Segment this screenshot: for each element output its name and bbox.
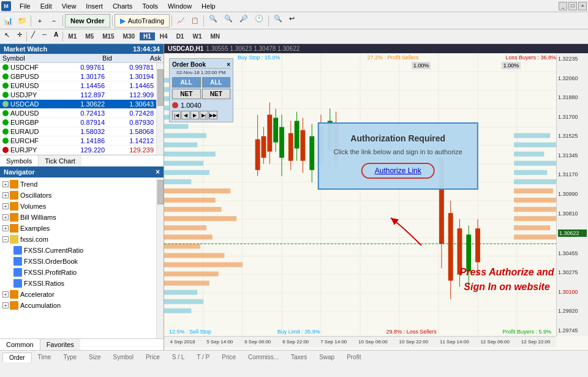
zoom-btn3[interactable]: 🔎 [236,14,251,28]
open-btn[interactable]: 📁 [15,14,29,28]
line-btn[interactable]: ╱ [28,31,38,43]
menu-window[interactable]: Window [163,1,197,11]
mw-row-audusd[interactable]: AUDUSD 0.72413 0.72428 [0,109,156,118]
ob-next-end-btn[interactable]: ▶| [200,111,208,119]
auth-title: Authorization Required [334,133,462,143]
navigator-close-icon[interactable]: × [156,168,160,176]
zoom-out-btn[interactable]: − [47,14,61,28]
market-watch: Market Watch 13:44:34 Symbol Bid Ask USD… [0,44,164,166]
ob-prev-start-btn[interactable]: |◀ [172,111,181,119]
mw-row-euraud[interactable]: EURAUD 1.58032 1.58068 [0,127,156,136]
ob-close-icon[interactable]: × [227,61,230,68]
nav-item-volumes[interactable]: + Volumes [1,201,155,212]
mw-row-eurusd[interactable]: EURUSD 1.14456 1.14465 [0,81,156,91]
zoom-in-btn[interactable]: + [33,14,47,28]
undo-button[interactable]: ↩ [286,14,298,28]
ob-date: 02-Nov-18 1:20:00 PM [172,70,230,75]
timeframe-h4[interactable]: H4 [156,32,172,40]
tab-symbols[interactable]: Symbols [0,155,39,166]
nav-item-accumulation[interactable]: + Accumulation [1,300,155,311]
ob-net-btn-2[interactable]: NET [202,89,231,99]
nav-item-fxssi[interactable]: − fxssi.com [1,234,155,245]
tab-tick-chart[interactable]: Tick Chart [39,155,81,166]
menu-tools[interactable]: Tools [137,1,163,11]
ob-prev-btn[interactable]: ◀ [181,111,190,119]
expand-bill-williams[interactable]: + [2,214,9,220]
nav-item-ratios[interactable]: FXSSI.Ratios [1,278,155,289]
nav-item-current-ratio[interactable]: FXSSI.CurrentRatio [1,245,155,256]
mw-row-usdjpy[interactable]: USDJPY 112.897 112.909 [0,91,156,100]
menu-file[interactable]: File [15,1,36,11]
timeframe-m5[interactable]: M5 [81,32,97,40]
mw-row-gbpusd[interactable]: GBPUSD 1.30176 1.30194 [0,72,156,81]
restore-button[interactable]: □ [568,2,577,10]
tab-favorites[interactable]: Favorites [40,339,80,350]
menu-charts[interactable]: Charts [108,1,137,11]
nav-item-profit-ratio[interactable]: FXSSI.ProfitRatio [1,267,155,278]
date-axis: 4 Sep 2018 5 Sep 14:00 6 Sep 06:00 6 Sep… [164,336,556,347]
menu-edit[interactable]: Edit [36,1,57,11]
minimize-button[interactable]: _ [559,2,567,10]
svg-rect-90 [514,188,553,193]
nav-item-examples[interactable]: + Examples [1,223,155,234]
expand-fxssi[interactable]: − [2,236,9,242]
zoom-btn2[interactable]: 🔍 [221,14,236,28]
authorize-link[interactable]: Authorize Link [361,163,435,179]
examples-label: Examples [20,225,50,232]
close-button[interactable]: × [578,2,587,10]
clock-btn[interactable]: 🕐 [252,14,266,28]
hline-btn[interactable]: ─ [39,31,50,43]
cursor-btn[interactable]: ↖ [1,31,13,43]
timeframe-mn[interactable]: MN [206,32,224,40]
new-order-button[interactable]: New Order [65,14,110,28]
expand-accumulation[interactable]: + [2,302,9,308]
text-btn[interactable]: A [51,31,61,43]
zoom-btn1[interactable]: 🔍 [206,14,221,28]
mw-row-eurgbp[interactable]: EURGBP 0.87914 0.87930 [0,118,156,127]
mw-row-eurchf[interactable]: EURCHF 1.14186 1.14212 [0,136,156,146]
menu-insert[interactable]: Insert [81,1,108,11]
ob-all-btn[interactable]: ALL [172,77,201,88]
nav-item-trend[interactable]: + Trend [1,179,155,190]
indicators-btn[interactable]: 📈 [174,14,187,28]
autotrading-button[interactable]: ▶ AutoTrading [115,14,170,28]
timeframe-m30[interactable]: M30 [119,32,138,40]
expand-examples[interactable]: + [2,225,9,231]
bottom-tab-order[interactable]: Order [2,353,32,362]
menu-view[interactable]: View [57,1,81,11]
mw-row-eurjpy[interactable]: EURJPY 129.220 129.239 [0,146,156,155]
crosshair-btn[interactable]: ✛ [14,31,25,43]
timeframe-w1[interactable]: W1 [189,32,205,40]
ob-fast-btn[interactable]: ▶▶ [209,111,217,119]
nav-scrollbar[interactable] [156,177,164,338]
mw-row-usdchf[interactable]: USDCHF 0.99761 0.99781 [0,63,156,72]
expand-oscillators[interactable]: + [2,192,9,198]
timeframe-h1[interactable]: H1 [140,32,155,40]
new-chart-btn[interactable]: 📊 [1,14,15,28]
chart-body[interactable]: Buy Stop : 15.0% 27.2% : Profit Sellers … [164,53,588,347]
nav-item-order-book[interactable]: FXSSI.OrderBook [1,256,155,267]
nav-item-bill-williams[interactable]: + Bill Williams [1,212,155,223]
ob-all-btn-2[interactable]: ALL [202,77,231,88]
template-btn[interactable]: 📋 [188,14,202,28]
svg-rect-45 [164,281,209,286]
nav-item-oscillators[interactable]: + Oscillators [1,190,155,201]
expand-trend[interactable]: + [2,181,9,187]
ob-next-btn[interactable]: ▶ [190,111,199,119]
timeframe-m15[interactable]: M15 [99,32,118,40]
expand-volumes[interactable]: + [2,203,9,209]
timeframe-m1[interactable]: M1 [64,32,80,40]
mw-row-usdcad[interactable]: USDCAD 1.30622 1.30643 [0,100,156,109]
search-button[interactable]: 🔍 [271,14,285,28]
expand-accelerator[interactable]: + [2,291,9,297]
mw-scrollbar[interactable] [156,63,164,155]
order-book-icon [13,257,22,266]
timeframe-d1[interactable]: D1 [173,32,188,40]
menu-help[interactable]: Help [197,1,221,11]
date-0: 4 Sep 2018 [170,339,195,345]
ob-net-btn[interactable]: NET [172,89,201,99]
current-ratio-icon [13,246,22,255]
trend-label: Trend [20,181,37,188]
tab-common[interactable]: Common [0,339,40,350]
nav-item-accelerator[interactable]: + Accelerator [1,289,155,300]
